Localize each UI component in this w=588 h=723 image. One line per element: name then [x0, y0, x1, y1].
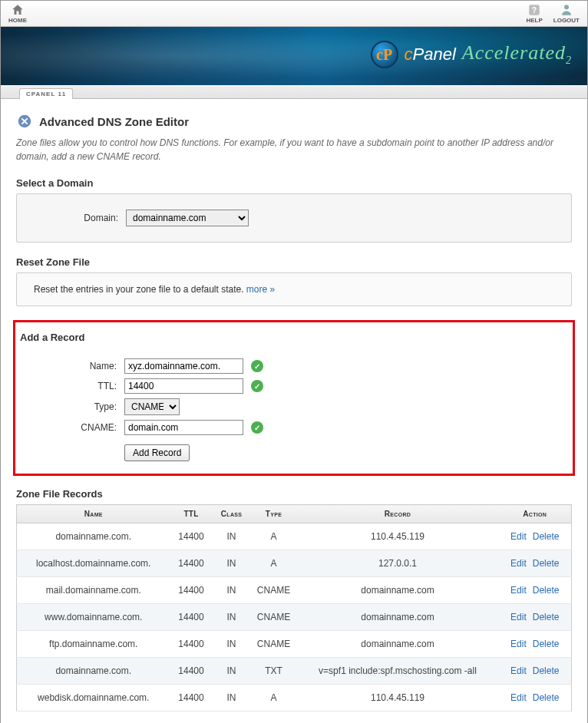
select-domain-heading: Select a Domain [16, 177, 572, 189]
table-row: localhost.domainname.com.14400INA127.0.0… [17, 550, 572, 577]
edit-link[interactable]: Edit [510, 692, 527, 703]
cell-name: localhost.domainname.com. [17, 550, 170, 577]
banner: cP cPanel Accelerated2 [1, 27, 587, 85]
edit-link[interactable]: Edit [510, 585, 527, 596]
cell-name: domainname.com. [17, 658, 170, 685]
logout-nav[interactable]: LOGOUT [553, 3, 580, 24]
add-record-button[interactable]: Add Record [124, 444, 190, 461]
help-label: HELP [526, 17, 542, 24]
ttl-input[interactable] [124, 378, 243, 394]
tab-cpanel11[interactable]: CPANEL 11 [19, 88, 73, 99]
page-title: Advanced DNS Zone Editor [16, 113, 572, 130]
cell-record: domainname.com [297, 577, 499, 604]
cell-class: IN [213, 631, 251, 658]
col-record: Record [297, 505, 499, 523]
cell-record: domainname.com [297, 631, 499, 658]
cname-label: CNAME: [32, 422, 117, 433]
delete-link[interactable]: Delete [533, 558, 560, 569]
top-nav: HOME ? HELP LOGOUT [1, 1, 587, 27]
domain-select[interactable]: domainname.com [126, 210, 249, 226]
cell-ttl: 14400 [170, 550, 213, 577]
cell-action: EditDelete [499, 685, 572, 711]
cell-class: IN [213, 604, 251, 631]
brand: cP cPanel Accelerated2 [371, 41, 572, 68]
table-row: domainname.com.14400INA110.4.45.119EditD… [17, 523, 572, 550]
cell-record: v=spf1 include:spf.mschosting.com -all [297, 658, 499, 685]
svg-text:?: ? [532, 5, 537, 15]
cell-type: A [251, 685, 297, 711]
help-icon: ? [527, 3, 541, 17]
col-type: Type [251, 505, 297, 523]
help-nav[interactable]: ? HELP [526, 3, 542, 24]
delete-link[interactable]: Delete [533, 585, 560, 596]
edit-link[interactable]: Edit [510, 612, 527, 622]
svg-point-2 [564, 5, 569, 9]
zone-records-table: Name TTL Class Type Record Action domain… [16, 504, 572, 711]
cell-ttl: 14400 [170, 631, 213, 658]
type-label: Type: [32, 401, 117, 412]
delete-link[interactable]: Delete [533, 612, 560, 622]
logout-label: LOGOUT [553, 17, 580, 24]
brand-cpanel: cPanel [405, 45, 456, 64]
add-record-section: Add a Record Name: ✓ TTL: ✓ Type: CNAME [13, 320, 575, 476]
cname-input[interactable] [124, 420, 243, 435]
col-name: Name [17, 505, 170, 523]
dns-icon [16, 113, 33, 130]
cell-name: www.domainname.com. [17, 604, 170, 631]
tabs-bar: CPANEL 11 [1, 85, 587, 99]
cell-name: mail.domainname.com. [17, 577, 170, 604]
delete-link[interactable]: Delete [533, 639, 560, 649]
name-label: Name: [32, 361, 117, 371]
cell-ttl: 14400 [170, 577, 213, 604]
delete-link[interactable]: Delete [533, 531, 560, 542]
add-record-heading: Add a Record [15, 332, 573, 343]
cpanel-logo-icon: cP [371, 41, 398, 68]
reset-heading: Reset Zone File [16, 256, 572, 268]
edit-link[interactable]: Edit [510, 558, 527, 569]
check-icon: ✓ [251, 360, 263, 372]
cell-action: EditDelete [499, 550, 572, 577]
cell-record: 110.4.45.119 [297, 685, 499, 711]
cell-type: CNAME [251, 631, 297, 658]
col-action: Action [499, 505, 572, 523]
delete-link[interactable]: Delete [533, 665, 560, 676]
domain-label: Domain: [34, 213, 118, 223]
cell-class: IN [213, 577, 251, 604]
table-row: domainname.com.14400INTXTv=spf1 include:… [17, 658, 572, 685]
col-ttl: TTL [170, 505, 213, 523]
ttl-label: TTL: [32, 381, 117, 391]
cell-ttl: 14400 [170, 604, 213, 631]
table-row: webdisk.domainname.com.14400INA110.4.45.… [17, 685, 572, 711]
cell-type: A [251, 523, 297, 550]
edit-link[interactable]: Edit [510, 531, 527, 542]
cell-record: domainname.com [297, 604, 499, 631]
cell-type: A [251, 550, 297, 577]
name-input[interactable] [124, 358, 243, 374]
cell-action: EditDelete [499, 658, 572, 685]
cell-class: IN [213, 523, 251, 550]
reset-text: Reset the entries in your zone file to a… [34, 284, 246, 295]
cell-action: EditDelete [499, 523, 572, 550]
cell-action: EditDelete [499, 604, 572, 631]
cell-type: CNAME [251, 577, 297, 604]
cell-ttl: 14400 [170, 658, 213, 685]
home-icon [11, 3, 25, 17]
cell-type: CNAME [251, 604, 297, 631]
edit-link[interactable]: Edit [510, 639, 527, 649]
table-row: ftp.domainname.com.14400INCNAMEdomainnam… [17, 631, 572, 658]
check-icon: ✓ [251, 421, 263, 434]
zone-records-heading: Zone File Records [16, 488, 572, 500]
cell-name: ftp.domainname.com. [17, 631, 170, 658]
reset-more-link[interactable]: more » [246, 284, 275, 295]
home-nav[interactable]: HOME [8, 3, 27, 24]
cell-ttl: 14400 [170, 523, 213, 550]
cell-name: webdisk.domainname.com. [17, 685, 170, 711]
page-description: Zone files allow you to control how DNS … [16, 136, 572, 163]
type-select[interactable]: CNAME [124, 398, 180, 415]
edit-link[interactable]: Edit [510, 665, 527, 676]
table-row: mail.domainname.com.14400INCNAMEdomainna… [17, 577, 572, 604]
cell-ttl: 14400 [170, 685, 213, 711]
home-label: HOME [8, 17, 27, 24]
delete-link[interactable]: Delete [533, 692, 560, 703]
check-icon: ✓ [251, 380, 263, 392]
